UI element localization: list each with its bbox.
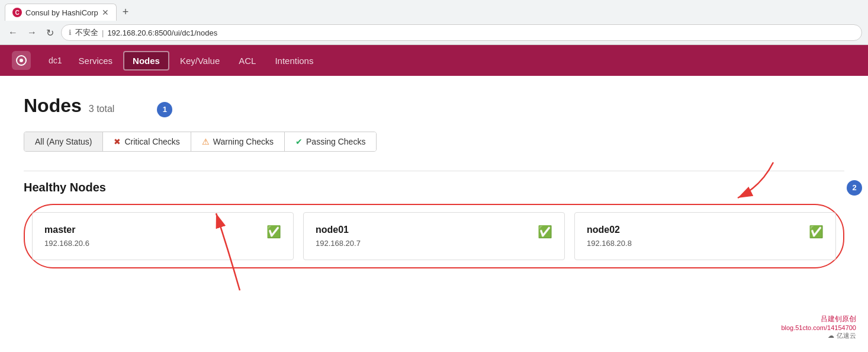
critical-icon: ✖: [114, 137, 121, 146]
node-status-icon: ✅: [809, 225, 824, 239]
security-icon: ℹ: [69, 28, 72, 37]
filter-critical-label: Critical Checks: [124, 137, 179, 146]
page-title-row: Nodes 3 total: [24, 95, 114, 117]
node-info: master 192.168.20.6: [44, 225, 89, 248]
new-tab-button[interactable]: +: [118, 4, 134, 21]
url-separator: |: [102, 28, 104, 37]
navbar-keyvalue[interactable]: Key/Value: [172, 52, 228, 69]
node-status-icon: ✅: [538, 225, 552, 239]
back-button[interactable]: ←: [6, 25, 20, 40]
browser-chrome: C Consul by HashiCorp ✕ + ← → ↻ ℹ 不安全 | …: [0, 0, 868, 45]
node-ip: 192.168.20.8: [587, 239, 632, 248]
nodes-oval-container: master 192.168.20.6 ✅ node01 192.168.20.…: [24, 204, 844, 268]
node-status-icon: ✅: [266, 225, 281, 239]
nodes-grid: master 192.168.20.6 ✅ node01 192.168.20.…: [24, 204, 844, 268]
svg-point-1: [20, 59, 23, 62]
node-name: node01: [316, 225, 361, 235]
reload-button[interactable]: ↻: [44, 25, 56, 41]
filter-passing-button[interactable]: ✔ Passing Checks: [285, 132, 376, 151]
node-card[interactable]: node01 192.168.20.7 ✅: [303, 212, 565, 260]
url-protocol: 不安全: [75, 27, 98, 38]
navbar-services[interactable]: Services: [70, 52, 121, 69]
navbar-acl[interactable]: ACL: [230, 52, 264, 69]
node-info: node02 192.168.20.8: [587, 225, 632, 248]
filter-critical-button[interactable]: ✖ Critical Checks: [103, 132, 191, 151]
filter-all-button[interactable]: All (Any Status): [24, 132, 103, 151]
browser-toolbar: ← → ↻ ℹ 不安全 | 192.168.20.6:8500/ui/dc1/n…: [0, 21, 868, 44]
navbar-dc-label: dc1: [43, 53, 68, 68]
tab-close-button[interactable]: ✕: [102, 8, 109, 17]
page-count: 3 total: [89, 104, 115, 114]
annotation-2: 2: [847, 180, 862, 196]
address-bar[interactable]: ℹ 不安全 | 192.168.20.6:8500/ui/dc1/nodes: [61, 24, 862, 41]
app-navbar: dc1 Services Nodes Key/Value ACL Intenti…: [0, 45, 868, 76]
navbar-intentions[interactable]: Intentions: [266, 52, 322, 69]
url-address: 192.168.20.6:8500/ui/dc1/nodes: [107, 28, 217, 37]
node-name: node02: [587, 225, 632, 235]
browser-tabs: C Consul by HashiCorp ✕ +: [0, 0, 868, 21]
warning-icon: ⚠: [202, 137, 210, 146]
node-card[interactable]: node02 192.168.20.8 ✅: [574, 212, 836, 260]
node-name: master: [44, 225, 89, 235]
nodes-section: Healthy Nodes master 192.168.20.6 ✅ node…: [24, 171, 844, 268]
consul-logo-icon: [12, 51, 31, 70]
annotation-1: 1: [157, 102, 172, 117]
filter-warning-button[interactable]: ⚠ Warning Checks: [191, 132, 285, 151]
filter-bar: All (Any Status) ✖ Critical Checks ⚠ War…: [24, 132, 377, 152]
tab-title: Consul by HashiCorp: [25, 8, 98, 17]
filter-warning-label: Warning Checks: [213, 137, 274, 146]
page-title: Nodes: [24, 95, 82, 117]
navbar-logo: [12, 51, 31, 70]
section-title: Healthy Nodes: [24, 171, 844, 194]
filter-all-label: All (Any Status): [35, 137, 92, 146]
node-ip: 192.168.20.6: [44, 239, 89, 248]
browser-tab[interactable]: C Consul by HashiCorp ✕: [5, 4, 117, 21]
node-card[interactable]: master 192.168.20.6 ✅: [32, 212, 294, 260]
node-info: node01 192.168.20.7: [316, 225, 361, 248]
passing-icon: ✔: [295, 137, 303, 146]
filter-passing-label: Passing Checks: [306, 137, 365, 146]
tab-favicon: C: [12, 8, 22, 17]
node-ip: 192.168.20.7: [316, 239, 361, 248]
main-content: Nodes 3 total 1 All (Any Status) ✖ Criti…: [0, 76, 868, 313]
navbar-nodes[interactable]: Nodes: [123, 51, 169, 71]
forward-button[interactable]: →: [25, 25, 39, 40]
